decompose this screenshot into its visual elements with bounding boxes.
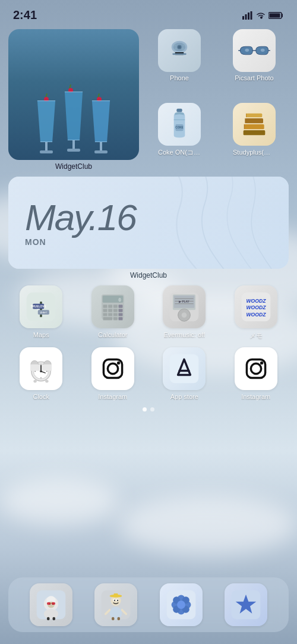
app-instagram-2[interactable]: Instagram: [223, 347, 289, 400]
instagram2-icon-box: [235, 347, 277, 390]
svg-point-11: [178, 46, 181, 48]
coke-label: Coke ON(コーク: [158, 148, 201, 157]
app-phone[interactable]: Phone: [145, 29, 214, 97]
battery-icon: [268, 11, 284, 20]
svg-rect-22: [244, 124, 264, 129]
phone-svg: [166, 37, 192, 64]
appstore-icon-box: [163, 347, 206, 390]
calendar-weekday: MON: [25, 237, 136, 247]
svg-rect-5: [270, 13, 280, 17]
clock-label: Clock: [33, 393, 49, 400]
shaun-svg: [36, 589, 67, 620]
svg-point-112: [117, 600, 118, 601]
svg-rect-2: [248, 12, 249, 20]
svg-rect-72: [34, 380, 37, 383]
page-dots: [8, 407, 289, 411]
dock-star[interactable]: [216, 583, 277, 626]
study-icon-box: [233, 103, 276, 146]
dock-wallace[interactable]: [86, 583, 147, 626]
instagram1-label: Instagram: [98, 393, 127, 400]
svg-point-127: [177, 601, 185, 609]
svg-rect-18: [176, 109, 182, 112]
status-bar: 2:41: [0, 0, 297, 26]
widgetclub-photo-widget[interactable]: WidgetClub: [8, 29, 139, 171]
maps-svg: TRUELOVE ST. W•A•Y: [26, 291, 56, 322]
instagram1-svg: [97, 353, 128, 384]
svg-point-113: [110, 607, 122, 619]
app-appstore[interactable]: App store: [151, 347, 217, 400]
svg-rect-44: [113, 309, 118, 312]
svg-rect-117: [118, 617, 120, 620]
svg-rect-52: [118, 317, 122, 320]
app-picsart[interactable]: Picsart Photo: [220, 29, 289, 97]
app-study[interactable]: Studyplus(スタ: [220, 103, 289, 171]
app-maps[interactable]: TRUELOVE ST. W•A•Y Maps: [8, 285, 74, 340]
app-row-1: TRUELOVE ST. W•A•Y Maps 0: [8, 285, 289, 340]
app-row-2: Clock Instagram: [8, 347, 289, 400]
picsart-svg: [238, 41, 270, 60]
svg-rect-116: [112, 617, 114, 620]
study-label: Studyplus(スタ: [233, 148, 276, 157]
app-clock[interactable]: Clock: [8, 347, 74, 400]
svg-text:WOODZ: WOODZ: [246, 304, 266, 310]
app-instagram-1[interactable]: Instagram: [80, 347, 146, 400]
calculator-icon-box: 0: [91, 285, 134, 328]
svg-rect-24: [247, 114, 263, 118]
maps-label: Maps: [33, 331, 49, 338]
memo-svg: WOODZ WOODZ WOODZ: [241, 291, 271, 322]
app-memo[interactable]: WOODZ WOODZ WOODZ メモ: [223, 285, 289, 340]
coke-icon-box: COKE: [158, 103, 201, 146]
svg-rect-10: [172, 53, 186, 55]
shaun-icon-box: [30, 583, 72, 626]
widgetclub-label: WidgetClub: [55, 162, 92, 171]
appstore-svg: [169, 353, 200, 384]
dock-shaun[interactable]: [20, 583, 82, 626]
appstore-label: App store: [170, 393, 198, 400]
status-icons: [242, 11, 284, 20]
star-icon-box: [225, 583, 267, 626]
svg-text:W•A•Y: W•A•Y: [40, 311, 48, 314]
svg-point-60: [182, 313, 187, 318]
svg-rect-48: [113, 313, 118, 316]
svg-rect-108: [114, 593, 118, 596]
top-row: WidgetClub: [8, 29, 289, 171]
svg-text:▶ PLAY: ▶ PLAY: [179, 300, 189, 303]
svg-point-90: [260, 362, 263, 365]
svg-text:0: 0: [118, 297, 121, 303]
marble-decoration: [121, 177, 289, 269]
svg-rect-46: [103, 313, 107, 316]
svg-rect-40: [113, 305, 118, 308]
calendar-date: May.16: [25, 199, 136, 236]
dock-flower[interactable]: [150, 583, 212, 626]
flower-svg: [166, 589, 197, 620]
calendar-widget[interactable]: May.16 MON: [8, 177, 289, 269]
memo-icon-box: WOODZ WOODZ WOODZ: [235, 285, 277, 328]
instagram1-icon-box: [91, 347, 134, 390]
evermusic-icon-box: ▶ PLAY: [163, 285, 206, 328]
svg-rect-45: [118, 309, 122, 312]
evermusic-label: Evermusic: off: [164, 331, 206, 338]
app-coke[interactable]: COKE Coke ON(コーク: [145, 103, 214, 171]
evermusic-svg: ▶ PLAY: [169, 291, 200, 322]
svg-point-111: [114, 600, 115, 601]
svg-rect-21: [244, 130, 266, 135]
svg-rect-3: [251, 11, 252, 20]
wifi-icon: [256, 12, 266, 19]
widgetclub-credit: WidgetClub: [8, 271, 289, 279]
svg-rect-50: [103, 317, 112, 320]
app-calculator[interactable]: 0: [80, 285, 146, 340]
svg-rect-0: [242, 16, 244, 20]
svg-text:TRUELOVE: TRUELOVE: [31, 305, 46, 308]
picsart-icon-box: [233, 29, 276, 72]
svg-point-15: [182, 48, 184, 50]
glass-2: [62, 92, 85, 154]
app-evermusic[interactable]: ▶ PLAY Evermusic: off: [151, 285, 217, 340]
svg-rect-103: [47, 617, 49, 620]
maps-icon-box: TRUELOVE ST. W•A•Y: [20, 285, 62, 328]
svg-point-13: [183, 44, 185, 46]
svg-rect-104: [52, 617, 55, 620]
star-svg: [230, 589, 261, 620]
svg-point-14: [175, 48, 177, 50]
svg-point-17: [261, 49, 265, 52]
svg-point-16: [245, 49, 249, 52]
